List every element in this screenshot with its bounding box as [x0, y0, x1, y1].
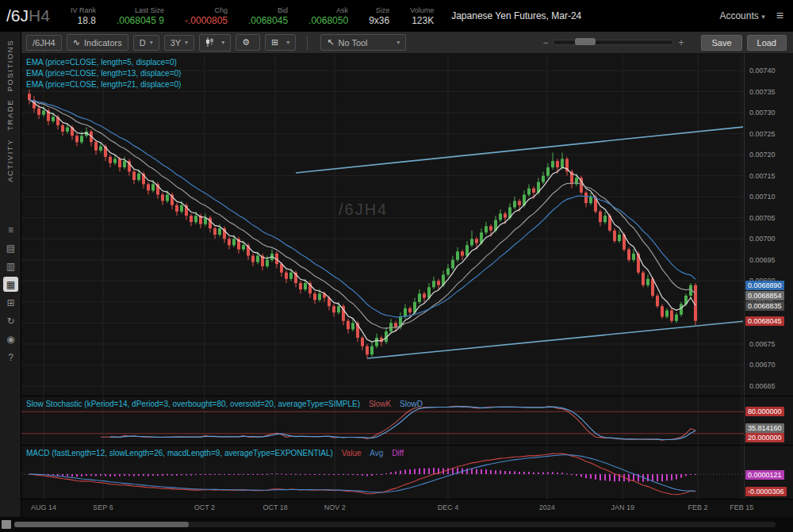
time-axis-label: OCT 18	[258, 503, 293, 511]
price-axis: 0.007400.007350.007300.007250.007200.007…	[744, 54, 793, 396]
trading-platform-window: /6J H4 IV Rank 18.8 Last Size .0068045 9…	[0, 0, 793, 532]
zoom-in-icon[interactable]: +	[678, 37, 684, 48]
drawing-tool-dropdown[interactable]: ↖ No Tool▾	[320, 34, 406, 51]
axis-value-tag: 80.000000	[745, 407, 784, 416]
chevron-down-icon: ▾	[396, 39, 400, 46]
time-axis-label: FEB 2	[680, 503, 715, 511]
field-last-size: Last Size .0068045 9	[117, 6, 164, 26]
price-panel[interactable]: EMA (price=CLOSE, length=5, displace=0) …	[21, 54, 793, 396]
macd-axis: 0.0000121-0.0000306	[744, 446, 793, 499]
layout-dropdown[interactable]: ⊞▾	[265, 34, 296, 51]
help-icon[interactable]: ?	[3, 350, 18, 365]
price-axis-label: 0.00695	[749, 256, 776, 264]
price-axis-label: 0.00710	[749, 193, 776, 201]
orders-icon[interactable]: ▥	[3, 258, 18, 274]
range-dropdown[interactable]: 3Y▾	[164, 35, 194, 51]
scrollbar-left-cap[interactable]	[2, 520, 11, 529]
field-size: Size 9x36	[369, 6, 389, 26]
load-button[interactable]: Load	[747, 35, 787, 51]
save-button[interactable]: Save	[701, 35, 741, 51]
chart-toolbar: /6JH4 ∿ Indicators D▾ 3Y▾ ▾ ⚙ ⊞▾ ↖ No To…	[21, 32, 793, 54]
time-axis-label: SEP 6	[86, 503, 121, 511]
field-change: Chg -.0000805	[185, 6, 228, 26]
axis-value-tag: 35.814160	[745, 423, 784, 433]
indicators-button[interactable]: ∿ Indicators	[67, 34, 128, 51]
price-axis-label: 0.00735	[749, 88, 776, 96]
chevron-down-icon: ▾	[286, 39, 289, 46]
price-axis-label: 0.00665	[749, 382, 776, 390]
indicator-wave-icon: ∿	[73, 37, 80, 48]
stochastic-chart[interactable]	[21, 396, 744, 446]
price-axis-label: 0.00700	[749, 235, 776, 243]
field-volume: Volume 123K	[410, 6, 434, 26]
time-axis-label: DEC 4	[431, 503, 465, 511]
axis-value-tag: 0.0068890	[745, 281, 784, 290]
field-iv-rank: IV Rank 18.8	[71, 6, 96, 26]
instrument-description: Japanese Yen Futures, Mar-24	[451, 10, 581, 21]
price-axis-label: 0.00670	[749, 361, 776, 369]
notes-icon[interactable]: ▤	[3, 240, 18, 255]
sidebar-tab-trade[interactable]: TRADE	[6, 99, 14, 131]
grid-layout-icon: ⊞	[271, 37, 278, 48]
time-axis-label: 2024	[530, 503, 565, 511]
stochastic-panel[interactable]: Slow Stochastic (kPeriod=14, dPeriod=3, …	[21, 396, 793, 446]
time-axis-label: AUG 14	[26, 503, 61, 511]
macd-chart[interactable]	[21, 446, 744, 499]
price-axis-label: 0.00705	[749, 214, 776, 222]
price-axis-label: 0.00715	[749, 172, 776, 180]
period-dropdown[interactable]: D▾	[133, 35, 159, 51]
chevron-down-icon: ▾	[221, 39, 224, 46]
hamburger-menu-icon[interactable]: ≡	[776, 9, 783, 23]
zoom-slider-thumb[interactable]	[575, 38, 596, 45]
scrollbar-track[interactable]	[14, 522, 776, 527]
symbol: /6J	[6, 6, 29, 25]
sidebar-tab-activity[interactable]: ACTIVITY	[6, 139, 14, 182]
left-sidebar: POSITIONS TRADE ACTIVITY ≡▤▥▦⊞↻◉?	[0, 32, 21, 532]
layout-grid-icon[interactable]: ⊞	[3, 295, 18, 310]
chevron-down-icon: ▾	[150, 39, 153, 46]
axis-value-tag: -0.0000306	[745, 487, 787, 496]
axis-value-tag: 0.0068835	[745, 301, 784, 311]
zoom-slider[interactable]	[553, 40, 673, 45]
symbol-contract: H4	[29, 6, 50, 25]
macd-panel[interactable]: MACD (fastLength=12, slowLength=26, macd…	[21, 446, 793, 499]
axis-value-tag: 0.0068045	[745, 316, 784, 326]
price-axis-label: 0.00730	[749, 109, 776, 117]
chart-type-dropdown[interactable]: ▾	[199, 34, 231, 52]
stochastic-axis: 80.00000035.81416020.000000	[744, 396, 793, 445]
cursor-icon: ↖	[327, 37, 334, 48]
sidebar-tab-positions[interactable]: POSITIONS	[6, 40, 14, 91]
price-axis-label: 0.00675	[749, 340, 776, 348]
chart-settings-button[interactable]: ⚙	[236, 34, 260, 51]
chart-area: EMA (price=CLOSE, length=5, displace=0) …	[21, 54, 793, 532]
chevron-down-icon: ▾	[185, 39, 188, 46]
symbol-block: /6J H4	[6, 6, 50, 25]
history-icon[interactable]: ↻	[3, 313, 18, 328]
chevron-down-icon: ▾	[761, 13, 765, 21]
price-chart[interactable]	[21, 54, 744, 396]
scrollbar-thumb[interactable]	[14, 522, 189, 527]
zoom-out-icon[interactable]: −	[542, 37, 548, 48]
time-axis: AUG 14SEP 6OCT 2OCT 18NOV 2DEC 42024JAN …	[21, 499, 793, 517]
axis-value-tag: 0.0068854	[745, 291, 784, 300]
price-axis-label: 0.00740	[749, 67, 776, 75]
time-axis-label: JAN 19	[605, 503, 640, 511]
zoom-control: − +	[538, 37, 688, 48]
chart-icon[interactable]: ▦	[3, 277, 18, 292]
accounts-list-icon[interactable]: ◉	[3, 331, 18, 346]
sidebar-icon-rail: ≡▤▥▦⊞↻◉?	[0, 220, 21, 366]
time-axis-label: FEB 15	[724, 503, 759, 511]
symbol-tab[interactable]: /6JH4	[26, 35, 62, 51]
gear-icon: ⚙	[242, 37, 250, 48]
accounts-menu-button[interactable]: Accounts ▾	[719, 10, 764, 21]
quote-header: /6J H4 IV Rank 18.8 Last Size .0068045 9…	[0, 0, 793, 32]
horizontal-scrollbar	[0, 517, 793, 532]
price-axis-label: 0.00725	[749, 130, 776, 138]
time-axis-label: OCT 2	[187, 503, 222, 511]
candlestick-icon	[205, 37, 213, 48]
watchlist-icon[interactable]: ≡	[3, 222, 18, 237]
time-axis-label: NOV 2	[317, 503, 352, 511]
field-ask: Ask .0068050	[308, 6, 348, 26]
price-axis-label: 0.00720	[749, 151, 776, 159]
toolbar-separator	[307, 36, 308, 50]
